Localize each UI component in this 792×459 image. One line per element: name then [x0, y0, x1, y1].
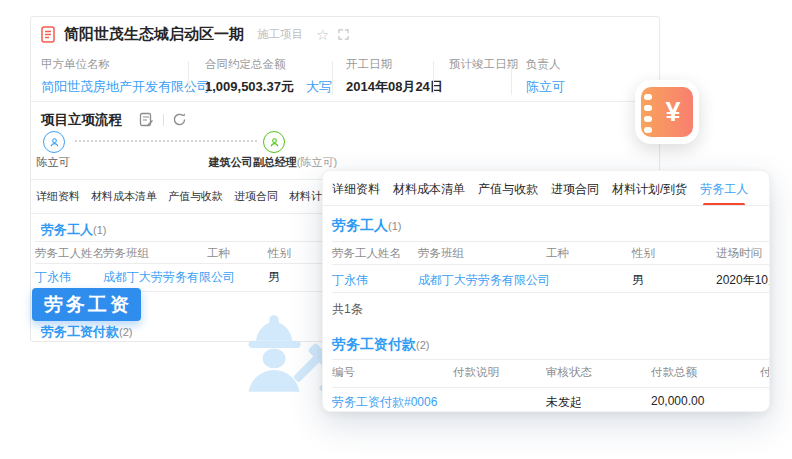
labor-wage-badge: 劳务工资 — [32, 288, 141, 321]
flow-end-avatar — [263, 131, 285, 153]
flow-section-title: 项目立项流程 — [41, 111, 122, 129]
field-expected-completion: 预计竣工日期 — [449, 57, 518, 78]
flow-refresh-icon[interactable] — [172, 112, 187, 127]
col-header-worker-name: 劳务工人姓名 — [332, 246, 401, 261]
yuan-ledger-icon: ¥ — [641, 87, 693, 137]
page: 简阳世茂生态城启动区一期 施工项目 ☆ 甲方单位名称 简阳世茂房地产开发有限公司… — [0, 0, 792, 459]
tab-material-plan-delivery[interactable]: 材料计划/到货 — [611, 179, 688, 200]
field-divider — [332, 61, 333, 95]
field-divider — [433, 61, 434, 95]
payments-title-text: 劳务工资付款 — [41, 324, 119, 339]
wage-ledger-icon-card[interactable]: ¥ — [635, 80, 699, 144]
worker-entry-cell: 2020年10月 — [716, 272, 770, 289]
tab-labor-workers-active[interactable]: 劳务工人 — [699, 179, 749, 200]
window-header: 简阳世茂生态城启动区一期 施工项目 ☆ — [41, 25, 349, 44]
worker-gender-cell: 男 — [632, 272, 644, 289]
field-label: 合同约定总金额 — [205, 57, 332, 72]
field-label: 预计竣工日期 — [449, 57, 518, 72]
tab-details[interactable]: 详细资料 — [35, 187, 81, 206]
tab-material-cost-list[interactable]: 材料成本清单 — [392, 179, 466, 200]
col-header-worktype: 工种 — [546, 246, 569, 261]
workers-section-title: 劳务工人(1) — [41, 221, 106, 239]
tab-material-cost-list[interactable]: 材料成本清单 — [90, 187, 158, 206]
col-header-gender: 性别 — [632, 246, 655, 261]
panel-payments-count: (2) — [416, 339, 429, 351]
project-type-tag: 施工项目 — [257, 27, 303, 42]
workers-count: (1) — [93, 224, 106, 236]
manager-link[interactable]: 陈立可 — [526, 78, 565, 96]
col-header-review-status: 审核状态 — [546, 365, 592, 380]
flow-report-icon[interactable] — [139, 112, 154, 127]
field-contract-amount: 合同约定总金额 1,009,503.37元 大写 — [205, 57, 332, 96]
icon-divider — [163, 114, 164, 126]
col-header-worktype: 工种 — [207, 246, 230, 261]
col-header-payment-total: 付款总额 — [651, 365, 697, 380]
flow-start-avatar — [43, 131, 65, 153]
labor-detail-panel: 详细资料 材料成本清单 产值与收款 进项合同 材料计划/到货 劳务工人 劳务工人… — [322, 170, 770, 412]
tab-input-contracts[interactable]: 进项合同 — [550, 179, 600, 200]
field-start-date: 开工日期 2014年08月24日 — [346, 57, 443, 96]
favorite-star-icon[interactable]: ☆ — [316, 27, 329, 42]
ledger-ring — [644, 105, 652, 111]
col-header-worker-name: 劳务工人姓名 — [35, 246, 104, 261]
col-header-team: 劳务班组 — [418, 246, 464, 261]
workers-title-text: 劳务工人 — [41, 222, 93, 237]
amount-in-words-link[interactable]: 大写 — [306, 78, 332, 96]
flow-dotted-line — [75, 140, 257, 142]
owner-unit-link[interactable]: 简阳世茂房地产开发有限公司 — [41, 78, 210, 96]
worker-team-link[interactable]: 成都丁大劳劳务有限公司 — [103, 269, 235, 286]
payment-status-cell: 未发起 — [546, 394, 582, 411]
tab-output-and-receipts[interactable]: 产值与收款 — [167, 187, 224, 206]
workers-total-count: 共1条 — [332, 301, 363, 318]
field-label: 甲方单位名称 — [41, 57, 210, 72]
table-border — [332, 387, 769, 388]
panel-workers-count: (1) — [388, 220, 401, 232]
panel-tab-bar: 详细资料 材料成本清单 产值与收款 进项合同 材料计划/到货 劳务工人 — [331, 177, 749, 201]
flow-start-name: 陈立可 — [33, 155, 73, 170]
panel-workers-section-title: 劳务工人(1) — [332, 217, 401, 235]
window-tab-bar: 详细资料 材料成本清单 产值与收款 进项合同 材料计划/到货 — [35, 187, 359, 206]
worker-team-link[interactable]: 成都丁大劳劳务有限公司 — [418, 272, 550, 289]
payments-section-title: 劳务工资付款(2) — [41, 323, 132, 341]
field-manager: 负责人 陈立可 — [526, 57, 565, 96]
document-icon — [41, 26, 55, 43]
ledger-ring — [644, 127, 652, 133]
worker-gender-cell: 男 — [268, 269, 280, 286]
start-date-value: 2014年08月24日 — [346, 78, 443, 96]
col-header-clipped: 付 — [760, 365, 770, 380]
table-border — [332, 264, 769, 265]
flow-end-label: 建筑公司副总经理(陈立可) — [188, 155, 358, 170]
field-divider — [188, 61, 189, 95]
yuan-symbol: ¥ — [653, 87, 693, 137]
payments-count: (2) — [119, 326, 132, 338]
panel-payments-section-title: 劳务工资付款(2) — [332, 336, 429, 354]
divider — [31, 101, 659, 102]
flow-end-role: 建筑公司副总经理 — [209, 156, 297, 168]
col-header-payment-desc: 付款说明 — [453, 365, 499, 380]
tab-output-and-receipts[interactable]: 产值与收款 — [477, 179, 539, 200]
payment-number-link[interactable]: 劳务工资付款#0006 — [332, 394, 437, 411]
ledger-ring — [644, 116, 652, 122]
table-border — [332, 292, 769, 293]
divider — [323, 205, 769, 206]
field-label: 开工日期 — [346, 57, 443, 72]
worker-name-link[interactable]: 丁永伟 — [332, 272, 368, 289]
panel-payments-title-text: 劳务工资付款 — [332, 336, 416, 352]
field-owner-unit: 甲方单位名称 简阳世茂房地产开发有限公司 — [41, 57, 210, 96]
field-label: 负责人 — [526, 57, 565, 72]
ledger-ring — [644, 94, 652, 100]
expand-icon[interactable] — [338, 29, 349, 40]
col-header-gender: 性别 — [268, 246, 291, 261]
field-divider — [511, 61, 512, 95]
col-header-team: 劳务班组 — [103, 246, 149, 261]
flow-end-name: (陈立可) — [297, 156, 337, 168]
payment-amount-cell: 20,000.00 — [651, 394, 704, 408]
table-border — [332, 241, 769, 242]
contract-amount-value: 1,009,503.37元 — [205, 78, 294, 96]
tab-details[interactable]: 详细资料 — [331, 179, 381, 200]
worker-name-link[interactable]: 丁永伟 — [35, 269, 71, 286]
panel-workers-title-text: 劳务工人 — [332, 217, 388, 233]
page-title: 简阳世茂生态城启动区一期 — [64, 25, 244, 44]
tab-input-contracts[interactable]: 进项合同 — [233, 187, 279, 206]
table-border — [332, 359, 769, 360]
